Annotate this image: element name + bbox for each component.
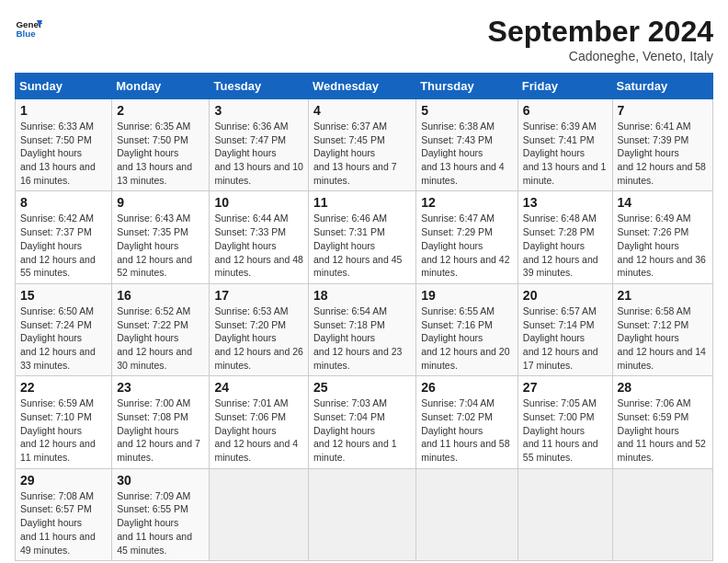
day-number: 6 <box>523 103 608 118</box>
svg-text:Blue: Blue <box>17 29 37 39</box>
table-row: 8 Sunrise: 6:42 AM Sunset: 7:37 PM Dayli… <box>16 191 112 283</box>
day-number: 3 <box>214 103 303 118</box>
col-friday: Friday <box>518 74 612 99</box>
calendar-header-row: Sunday Monday Tuesday Wednesday Thursday… <box>16 74 713 99</box>
table-row: 26 Sunrise: 7:04 AM Sunset: 7:02 PM Dayl… <box>416 376 518 468</box>
day-number: 26 <box>421 380 513 395</box>
day-info: Sunrise: 6:41 AM Sunset: 7:39 PM Dayligh… <box>618 120 708 187</box>
day-number: 28 <box>618 380 708 395</box>
calendar-week-row: 1 Sunrise: 6:33 AM Sunset: 7:50 PM Dayli… <box>16 99 713 191</box>
day-info: Sunrise: 6:49 AM Sunset: 7:26 PM Dayligh… <box>618 212 708 279</box>
table-row: 7 Sunrise: 6:41 AM Sunset: 7:39 PM Dayli… <box>612 99 712 191</box>
table-row: 10 Sunrise: 6:44 AM Sunset: 7:33 PM Dayl… <box>210 191 309 283</box>
col-sunday: Sunday <box>16 74 112 99</box>
day-number: 11 <box>313 195 411 210</box>
day-number: 21 <box>618 288 708 303</box>
day-number: 2 <box>117 103 204 118</box>
table-row <box>416 468 518 560</box>
page-header: General Blue September 2024 Cadoneghe, V… <box>15 15 713 63</box>
calendar-table: Sunday Monday Tuesday Wednesday Thursday… <box>15 73 713 561</box>
day-number: 8 <box>20 195 107 210</box>
table-row: 20 Sunrise: 6:57 AM Sunset: 7:14 PM Dayl… <box>518 283 612 375</box>
table-row: 5 Sunrise: 6:38 AM Sunset: 7:43 PM Dayli… <box>416 99 518 191</box>
day-number: 25 <box>313 380 411 395</box>
col-saturday: Saturday <box>612 74 712 99</box>
day-info: Sunrise: 7:00 AM Sunset: 7:08 PM Dayligh… <box>117 396 204 464</box>
table-row: 21 Sunrise: 6:58 AM Sunset: 7:12 PM Dayl… <box>612 283 712 375</box>
day-number: 15 <box>20 288 107 303</box>
table-row: 19 Sunrise: 6:55 AM Sunset: 7:16 PM Dayl… <box>416 283 518 375</box>
day-number: 7 <box>618 103 708 118</box>
day-number: 18 <box>313 288 411 303</box>
day-info: Sunrise: 6:33 AM Sunset: 7:50 PM Dayligh… <box>20 120 107 187</box>
day-number: 4 <box>313 103 411 118</box>
table-row: 22 Sunrise: 6:59 AM Sunset: 7:10 PM Dayl… <box>16 376 112 468</box>
day-info: Sunrise: 7:04 AM Sunset: 7:02 PM Dayligh… <box>421 396 513 464</box>
day-info: Sunrise: 6:59 AM Sunset: 7:10 PM Dayligh… <box>20 396 107 464</box>
col-wednesday: Wednesday <box>309 74 416 99</box>
day-info: Sunrise: 6:48 AM Sunset: 7:28 PM Dayligh… <box>523 212 608 279</box>
day-info: Sunrise: 6:43 AM Sunset: 7:35 PM Dayligh… <box>117 212 204 279</box>
day-info: Sunrise: 6:38 AM Sunset: 7:43 PM Dayligh… <box>421 120 513 187</box>
table-row: 27 Sunrise: 7:05 AM Sunset: 7:00 PM Dayl… <box>518 376 612 468</box>
day-number: 16 <box>117 288 204 303</box>
day-number: 24 <box>214 380 303 395</box>
table-row: 16 Sunrise: 6:52 AM Sunset: 7:22 PM Dayl… <box>112 283 210 375</box>
day-number: 17 <box>214 288 303 303</box>
col-monday: Monday <box>112 74 210 99</box>
col-thursday: Thursday <box>416 74 518 99</box>
day-info: Sunrise: 6:54 AM Sunset: 7:18 PM Dayligh… <box>313 304 411 372</box>
logo-icon: General Blue <box>15 15 42 42</box>
day-number: 9 <box>117 195 204 210</box>
day-info: Sunrise: 6:57 AM Sunset: 7:14 PM Dayligh… <box>523 304 608 372</box>
day-number: 12 <box>421 195 513 210</box>
day-number: 5 <box>421 103 513 118</box>
table-row: 6 Sunrise: 6:39 AM Sunset: 7:41 PM Dayli… <box>518 99 612 191</box>
table-row: 23 Sunrise: 7:00 AM Sunset: 7:08 PM Dayl… <box>112 376 210 468</box>
day-number: 19 <box>421 288 513 303</box>
day-info: Sunrise: 6:42 AM Sunset: 7:37 PM Dayligh… <box>20 212 107 279</box>
table-row: 17 Sunrise: 6:53 AM Sunset: 7:20 PM Dayl… <box>210 283 309 375</box>
table-row: 3 Sunrise: 6:36 AM Sunset: 7:47 PM Dayli… <box>210 99 309 191</box>
table-row <box>210 468 309 560</box>
day-info: Sunrise: 7:09 AM Sunset: 6:55 PM Dayligh… <box>117 489 204 557</box>
day-info: Sunrise: 7:03 AM Sunset: 7:04 PM Dayligh… <box>313 396 411 464</box>
location-subtitle: Cadoneghe, Veneto, Italy <box>488 49 713 63</box>
table-row: 1 Sunrise: 6:33 AM Sunset: 7:50 PM Dayli… <box>16 99 112 191</box>
calendar-week-row: 8 Sunrise: 6:42 AM Sunset: 7:37 PM Dayli… <box>16 191 713 283</box>
table-row: 30 Sunrise: 7:09 AM Sunset: 6:55 PM Dayl… <box>112 468 210 560</box>
table-row: 18 Sunrise: 6:54 AM Sunset: 7:18 PM Dayl… <box>309 283 416 375</box>
day-info: Sunrise: 6:36 AM Sunset: 7:47 PM Dayligh… <box>214 120 303 187</box>
day-info: Sunrise: 6:53 AM Sunset: 7:20 PM Dayligh… <box>214 304 303 372</box>
col-tuesday: Tuesday <box>210 74 309 99</box>
table-row: 29 Sunrise: 7:08 AM Sunset: 6:57 PM Dayl… <box>16 468 112 560</box>
table-row: 14 Sunrise: 6:49 AM Sunset: 7:26 PM Dayl… <box>612 191 712 283</box>
table-row <box>612 468 712 560</box>
table-row: 24 Sunrise: 7:01 AM Sunset: 7:06 PM Dayl… <box>210 376 309 468</box>
day-info: Sunrise: 6:37 AM Sunset: 7:45 PM Dayligh… <box>313 120 411 187</box>
day-info: Sunrise: 6:55 AM Sunset: 7:16 PM Dayligh… <box>421 304 513 372</box>
day-number: 23 <box>117 380 204 395</box>
day-info: Sunrise: 6:52 AM Sunset: 7:22 PM Dayligh… <box>117 304 204 372</box>
table-row: 25 Sunrise: 7:03 AM Sunset: 7:04 PM Dayl… <box>309 376 416 468</box>
day-number: 30 <box>117 473 204 488</box>
title-block: September 2024 Cadoneghe, Veneto, Italy <box>488 15 713 63</box>
day-info: Sunrise: 7:06 AM Sunset: 6:59 PM Dayligh… <box>618 396 708 464</box>
day-number: 27 <box>523 380 608 395</box>
day-info: Sunrise: 6:50 AM Sunset: 7:24 PM Dayligh… <box>20 304 107 372</box>
day-info: Sunrise: 6:44 AM Sunset: 7:33 PM Dayligh… <box>214 212 303 279</box>
table-row <box>518 468 612 560</box>
table-row: 4 Sunrise: 6:37 AM Sunset: 7:45 PM Dayli… <box>309 99 416 191</box>
calendar-week-row: 15 Sunrise: 6:50 AM Sunset: 7:24 PM Dayl… <box>16 283 713 375</box>
table-row: 11 Sunrise: 6:46 AM Sunset: 7:31 PM Dayl… <box>309 191 416 283</box>
day-number: 1 <box>20 103 107 118</box>
day-info: Sunrise: 7:01 AM Sunset: 7:06 PM Dayligh… <box>214 396 303 464</box>
day-info: Sunrise: 6:46 AM Sunset: 7:31 PM Dayligh… <box>313 212 411 279</box>
day-info: Sunrise: 6:39 AM Sunset: 7:41 PM Dayligh… <box>523 120 608 187</box>
day-info: Sunrise: 7:08 AM Sunset: 6:57 PM Dayligh… <box>20 489 107 557</box>
day-info: Sunrise: 6:58 AM Sunset: 7:12 PM Dayligh… <box>618 304 708 372</box>
table-row: 9 Sunrise: 6:43 AM Sunset: 7:35 PM Dayli… <box>112 191 210 283</box>
day-info: Sunrise: 6:47 AM Sunset: 7:29 PM Dayligh… <box>421 212 513 279</box>
day-number: 29 <box>20 473 107 488</box>
table-row: 2 Sunrise: 6:35 AM Sunset: 7:50 PM Dayli… <box>112 99 210 191</box>
